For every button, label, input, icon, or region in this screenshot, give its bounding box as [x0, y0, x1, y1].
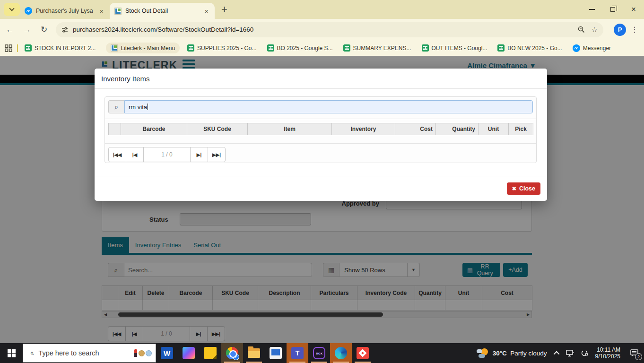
taskbar-nox[interactable]: nox [308, 343, 330, 363]
makeup-pan-icon [146, 350, 152, 356]
minimize-icon [589, 9, 595, 10]
taskbar-clock[interactable]: 10:11 AM 9/10/2025 [595, 346, 620, 360]
tray-language-sync-icon[interactable] [581, 349, 588, 357]
taskbar-edge[interactable] [330, 343, 352, 363]
modal-footer: ✖Close [95, 176, 547, 201]
browser-tab-messenger[interactable]: Purchaser's July Lysa | Messeng × [20, 3, 110, 19]
bookmark-messenger[interactable]: Messenger [573, 44, 611, 52]
nox-icon: nox [313, 347, 325, 359]
liteclerk-icon [111, 44, 118, 52]
taskbar-word[interactable]: W [156, 343, 178, 363]
modal-search-input[interactable]: rm vita [124, 100, 533, 113]
liteclerk-favicon [114, 8, 122, 15]
window-minimize-button[interactable] [582, 0, 602, 19]
profile-avatar[interactable]: P [614, 24, 626, 36]
browser-tabstrip: Purchaser's July Lysa | Messeng × Stock … [0, 0, 644, 19]
tab-close-icon[interactable]: × [98, 7, 105, 15]
weather-temp: 30°C [493, 350, 507, 357]
tray-expand-chevron[interactable] [555, 351, 559, 355]
new-tab-button[interactable]: + [221, 3, 227, 16]
bookmark-supplies-2025[interactable]: SUPPLIES 2025 - Go... [187, 44, 256, 52]
notification-center-button[interactable]: 2 [625, 343, 644, 363]
restore-icon [610, 7, 615, 12]
desktop-screen: Purchaser's July Lysa | Messeng × Stock … [0, 0, 644, 363]
anydesk-icon [357, 347, 369, 359]
weather-widget[interactable]: 30°C Partly cloudy [472, 347, 552, 359]
divider [105, 143, 536, 144]
bookmark-stock-in-report[interactable]: STOCK IN REPORT 2... [25, 44, 96, 52]
modal-body-panel: ⌕ rm vita Barcode SKU Code Item Inventor… [104, 96, 537, 163]
lipstick-icon [134, 349, 137, 357]
word-icon: W [161, 347, 173, 359]
bookmark-bo-new-2025[interactable]: BO NEW 2025 - Go... [497, 44, 562, 52]
browser-menu-icon[interactable]: ⋮ [631, 25, 638, 34]
start-button[interactable] [0, 343, 23, 363]
last-page-button[interactable]: ▶▶| [208, 147, 226, 162]
search-highlight-image [134, 349, 152, 357]
messenger-icon [573, 44, 580, 52]
sticky-notes-icon [204, 347, 217, 359]
tab-close-icon[interactable]: × [203, 7, 210, 15]
taskbar-file-explorer[interactable] [243, 343, 265, 363]
taskbar-tray: 30°C Partly cloudy 10:11 AM 9/10/2025 2 [472, 343, 644, 363]
chevron-up-icon [553, 351, 559, 357]
taskbar-teams[interactable]: T [287, 343, 308, 363]
bookmark-summary-expenses[interactable]: SUMMARY EXPENS... [343, 44, 411, 52]
clock-date: 9/10/2025 [595, 353, 620, 360]
zoom-icon[interactable] [578, 26, 585, 33]
close-x-icon: ✖ [512, 186, 516, 192]
browser-toolbar: ← → ↻ purchasers2024.liteclerk.com/Softw… [0, 19, 644, 40]
tab-title: Stock Out Detail [125, 8, 199, 14]
reload-button[interactable]: ↻ [37, 23, 51, 37]
search-icon: ⌕ [108, 100, 124, 113]
taskbar-sticky-notes[interactable] [200, 343, 221, 363]
taskbar-anydesk[interactable] [352, 343, 374, 363]
site-info-icon[interactable] [61, 26, 68, 33]
sheets-icon [267, 44, 274, 52]
divider [105, 119, 536, 119]
sheets-icon [422, 44, 429, 52]
window-close-button[interactable]: × [623, 0, 644, 19]
edge-icon [335, 347, 347, 359]
bookmark-out-items[interactable]: OUT ITEMS - Googl... [422, 44, 487, 52]
taskbar-search-box[interactable]: ⌕ Type here to search [23, 344, 156, 363]
window-controls: × [582, 0, 644, 19]
bookmark-bo-2025[interactable]: BO 2025 - Google S... [267, 44, 333, 52]
apps-grid-icon[interactable] [5, 44, 12, 52]
web-page: LITECLERK Almie Cimafranca ▼ Approved by… [0, 56, 644, 343]
sheets-icon [187, 44, 194, 52]
partly-cloudy-night-icon [477, 347, 489, 359]
chevron-down-icon [9, 6, 14, 11]
modal-title: Inventory Items [95, 69, 547, 89]
windows-taskbar: ⌕ Type here to search W P T nox 30°C Par… [0, 343, 644, 363]
taskbar-photos[interactable] [265, 343, 287, 363]
address-bar[interactable]: purchasers2024.liteclerk.com/Software/St… [56, 22, 603, 37]
taskbar-copilot[interactable] [178, 343, 200, 363]
file-explorer-icon [248, 348, 260, 358]
back-button[interactable]: ← [3, 23, 17, 37]
tab-search-button[interactable] [4, 3, 20, 16]
photos-icon [270, 347, 282, 359]
search-icon: ⌕ [27, 351, 36, 355]
teams-icon: T [291, 347, 304, 359]
taskbar-chrome[interactable]: P [221, 343, 243, 363]
chrome-icon: P [226, 347, 238, 359]
url-text: purchasers2024.liteclerk.com/Software/St… [73, 26, 571, 33]
window-restore-button[interactable] [602, 0, 623, 19]
close-button[interactable]: ✖Close [507, 182, 540, 195]
first-page-button[interactable]: |◀◀ [108, 147, 126, 162]
prev-page-button[interactable]: |◀ [126, 147, 144, 162]
next-page-button[interactable]: ▶| [190, 147, 208, 162]
forward-button[interactable]: → [20, 23, 34, 37]
modal-items-table: Barcode SKU Code Item Inventory Cost Qua… [108, 123, 533, 135]
bookmark-liteclerk-main-menu[interactable]: Liteclerk - Main Menu [106, 43, 180, 53]
modal-pagination: |◀◀ |◀ 1 / 0 ▶| ▶▶| [108, 147, 226, 162]
bookmarks-bar: STOCK IN REPORT 2... Liteclerk - Main Me… [0, 40, 644, 56]
copilot-icon [183, 347, 195, 359]
bookmark-star-icon[interactable]: ☆ [592, 26, 598, 34]
inventory-items-modal: Inventory Items ⌕ rm vita Barcode SKU Co… [95, 69, 547, 201]
tray-network-icon[interactable] [566, 350, 574, 357]
browser-tab-stock-out-detail[interactable]: Stock Out Detail × [110, 3, 215, 19]
sheets-icon [497, 44, 505, 52]
search-placeholder: Type here to search [38, 349, 134, 357]
